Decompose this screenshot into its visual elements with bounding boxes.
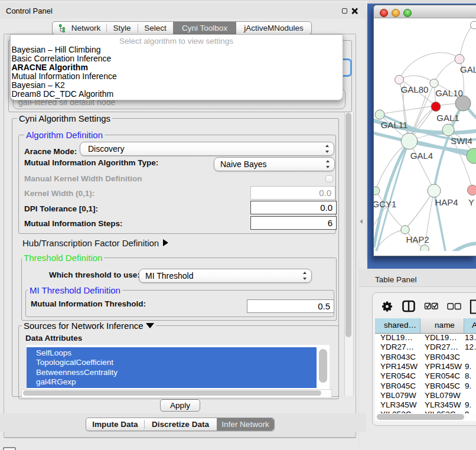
svg-text:GAL80: GAL80 bbox=[401, 84, 429, 94]
svg-text:Y: Y bbox=[468, 197, 474, 207]
svg-text:GAL11: GAL11 bbox=[381, 120, 408, 130]
svg-text:HAP4: HAP4 bbox=[435, 197, 458, 207]
svg-text:GAL10: GAL10 bbox=[435, 88, 463, 98]
svg-text:SWI4: SWI4 bbox=[451, 136, 472, 146]
svg-text:GAL1: GAL1 bbox=[436, 113, 459, 123]
svg-text:GAL4: GAL4 bbox=[410, 151, 433, 161]
svg-text:GCY1: GCY1 bbox=[374, 199, 396, 209]
svg-text:HAP2: HAP2 bbox=[406, 234, 429, 244]
svg-text:GAL7: GAL7 bbox=[460, 64, 476, 74]
